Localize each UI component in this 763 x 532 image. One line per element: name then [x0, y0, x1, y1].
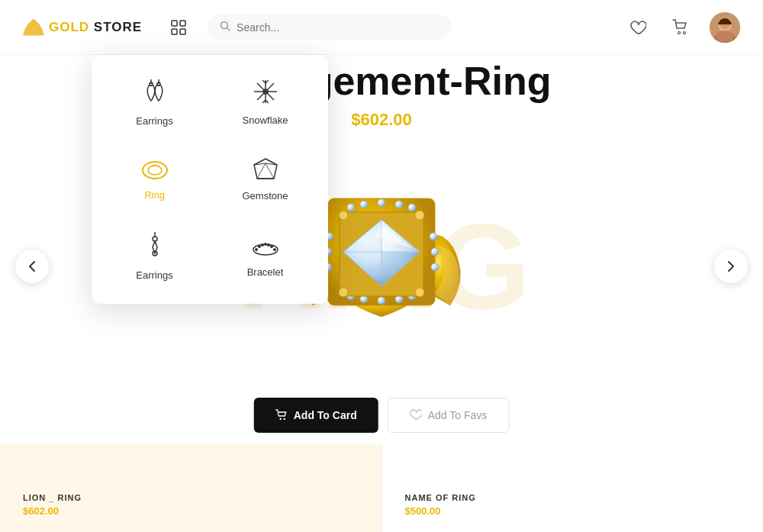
earrings2-label: Earrings — [136, 269, 172, 281]
svg-point-42 — [270, 245, 272, 247]
product-card-1-price: $602.00 — [23, 505, 359, 517]
svg-line-5 — [227, 28, 230, 31]
prev-arrow[interactable] — [15, 250, 49, 283]
grid-nav-icon[interactable] — [165, 14, 192, 41]
bracelet-icon — [252, 236, 279, 260]
svg-point-38 — [258, 245, 260, 247]
svg-point-7 — [684, 31, 686, 34]
svg-point-72 — [415, 288, 424, 297]
svg-point-73 — [280, 418, 282, 420]
header-actions — [624, 12, 740, 43]
search-input[interactable] — [237, 21, 439, 34]
header: GOLD STORE — [0, 0, 763, 55]
svg-point-71 — [339, 288, 348, 297]
svg-point-70 — [415, 211, 424, 220]
earrings1-icon — [143, 78, 166, 109]
heart-btn-icon — [410, 409, 422, 421]
svg-rect-2 — [172, 29, 177, 34]
cta-buttons: Add To Card Add To Favs — [254, 398, 510, 433]
product-card-2-price: $500.00 — [405, 505, 741, 517]
svg-point-46 — [360, 201, 368, 208]
earrings1-label: Earrings — [136, 115, 172, 127]
user-avatar[interactable] — [710, 12, 740, 43]
svg-point-59 — [431, 248, 439, 256]
svg-line-31 — [266, 163, 274, 179]
svg-point-58 — [430, 233, 437, 240]
favorites-icon[interactable] — [624, 14, 652, 41]
search-bar — [208, 15, 452, 40]
svg-line-30 — [257, 163, 266, 179]
svg-point-52 — [378, 297, 385, 305]
svg-point-41 — [267, 243, 269, 246]
add-to-favs-button[interactable]: Add To Favs — [388, 398, 510, 433]
svg-point-60 — [431, 263, 439, 271]
snowflake-label: Snowflake — [243, 114, 288, 126]
hero-price: $602.00 — [351, 110, 412, 130]
logo[interactable]: GOLD STORE — [23, 19, 142, 36]
add-favs-label: Add To Favs — [428, 409, 488, 421]
category-dropdown: Earrings Snowflake — [92, 55, 328, 304]
logo-store-text: STORE — [89, 20, 142, 34]
bracelet-label: Bracelet — [247, 266, 284, 278]
svg-point-48 — [395, 201, 403, 208]
svg-point-12 — [716, 31, 734, 43]
dropdown-item-snowflake[interactable]: Snowflake — [210, 63, 320, 142]
ring-icon — [142, 159, 168, 183]
add-to-cart-button[interactable]: Add To Card — [254, 398, 378, 433]
svg-point-40 — [264, 243, 266, 245]
ring-label: Ring — [144, 189, 165, 201]
svg-point-26 — [143, 162, 167, 179]
search-icon — [220, 21, 230, 34]
cart-icon[interactable] — [667, 14, 694, 41]
svg-point-6 — [678, 31, 681, 34]
product-card-1-name: LION _ RING — [23, 493, 359, 502]
cart-btn-icon — [275, 409, 288, 421]
product-card-2-name: NAME OF RING — [405, 493, 741, 502]
dropdown-item-earrings1[interactable]: Earrings — [99, 63, 210, 142]
svg-point-45 — [347, 204, 355, 211]
dropdown-item-ring[interactable]: Ring — [99, 142, 210, 217]
add-cart-label: Add To Card — [294, 409, 357, 421]
dropdown-grid: Earrings Snowflake — [99, 63, 320, 296]
svg-point-74 — [284, 418, 285, 420]
svg-marker-28 — [254, 159, 277, 179]
gemstone-label: Gemstone — [243, 190, 288, 202]
svg-rect-3 — [180, 29, 185, 34]
dropdown-item-earrings2[interactable]: Earrings — [99, 217, 210, 296]
dropdown-item-gemstone[interactable]: Gemstone — [210, 142, 320, 217]
earrings2-icon — [144, 232, 166, 263]
logo-icon — [23, 19, 44, 36]
svg-point-43 — [273, 248, 275, 250]
gemstone-icon — [253, 157, 278, 184]
logo-gold-text: GOLD — [49, 20, 89, 34]
bottom-product-cards: LION _ RING $602.00 NAME OF RING $500.00 — [0, 444, 763, 532]
next-arrow[interactable] — [714, 250, 748, 283]
product-card-1[interactable]: LION _ RING $602.00 — [0, 444, 382, 532]
svg-point-39 — [261, 243, 263, 246]
snowflake-icon — [253, 79, 278, 108]
svg-point-37 — [255, 248, 257, 250]
svg-point-47 — [378, 199, 385, 207]
dropdown-item-bracelet[interactable]: Bracelet — [210, 217, 320, 296]
svg-point-49 — [408, 204, 416, 211]
product-card-2[interactable]: NAME OF RING $500.00 — [382, 444, 764, 532]
svg-rect-1 — [180, 21, 185, 26]
svg-point-69 — [339, 211, 348, 220]
svg-rect-0 — [172, 21, 177, 26]
